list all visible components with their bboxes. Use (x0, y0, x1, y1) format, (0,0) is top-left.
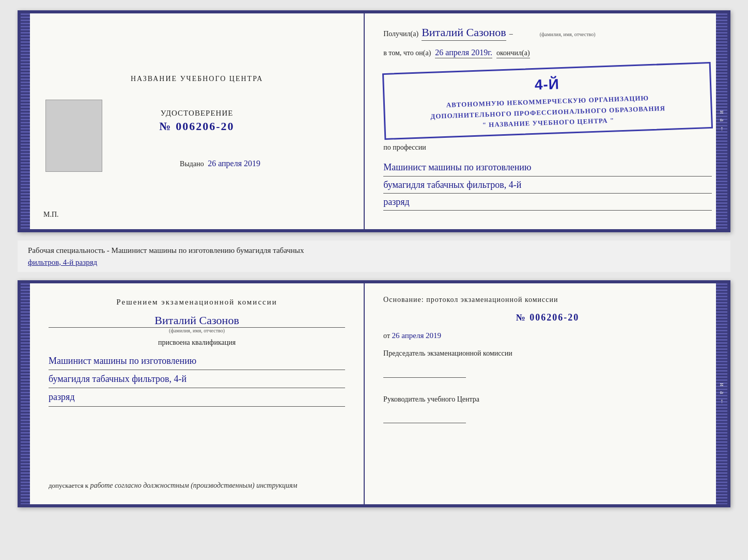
photo-placeholder (45, 100, 102, 172)
udostoverenie-number: № 006206-20 (160, 120, 235, 133)
caption-underline-text: фильтров, 4-й разряд (28, 258, 97, 266)
prisvoena-label: присвоена квалификация (49, 339, 345, 347)
caption-block: Рабочая специальность - Машинист машины … (18, 241, 730, 272)
vydano-line: Выдано 26 апреля 2019 (133, 159, 260, 168)
ot-date-block: от 26 апреля 2019 (383, 331, 712, 340)
ot-date-value: 26 апреля 2019 (392, 331, 442, 340)
certificate-bottom: Решением экзаменационной комиссии Витали… (18, 280, 730, 507)
left-header-label: НАЗВАНИЕ УЧЕБНОГО ЦЕНТРА (131, 75, 263, 83)
right-edge-marks: и а ← (716, 13, 727, 229)
poluchil-prefix: Получил(а) (383, 30, 418, 38)
profession-block: Машинист машины по изготовлению бумагидл… (383, 159, 712, 211)
profession-line2: бумагидля табачных фильтров, 4-й (383, 177, 712, 194)
chairman-label: Председатель экзаменационной комиссии (383, 348, 712, 359)
bottom-mark-i: и (718, 383, 726, 387)
dopuskaetsya-text: работе согласно должностным (производств… (90, 482, 297, 489)
dopuskaetsya-block: допускается к работе согласно должностны… (49, 482, 345, 490)
cert-right-panel: Получил(а) Виталий Сазонов – (фамилия, и… (365, 13, 727, 229)
rukovoditel-signature-line (383, 423, 466, 423)
bottom-mark-arrow: ← (718, 398, 726, 405)
name2-block: Виталий Сазонов (фамилия, имя, отчество) (49, 312, 345, 333)
okonchill-text: окончил(а) (496, 49, 530, 58)
fio-hint-top: (фамилия, имя, отчество) (516, 31, 619, 37)
protocol-number: № 006206-20 (383, 312, 712, 323)
mark-i: и (718, 110, 726, 114)
mark-arrow: ← (718, 126, 726, 132)
qual-line1: Машинист машины по изготовлению (49, 352, 345, 370)
mp-label: М.П. (43, 211, 59, 219)
spine-top (21, 13, 30, 229)
dash-1: – (509, 30, 513, 38)
qual-block: Машинист машины по изготовлению бумагидл… (49, 352, 345, 407)
udostoverenie-label: УДОСТОВЕРЕНИЕ (160, 109, 235, 118)
caption-text: Рабочая специальность - Машинист машины … (28, 246, 304, 254)
spine-bottom (21, 283, 30, 504)
completion-date: 26 апреля 2019г. (435, 48, 492, 58)
vtom-line: в том, что он(а) 26 апреля 2019г. окончи… (383, 48, 712, 58)
bottom-recipient-name: Виталий Сазонов (49, 314, 345, 328)
osnovanie-label: Основание: протокол экзаменационной коми… (383, 296, 712, 304)
rukovoditel-label: Руководитель учебного Центра (383, 394, 712, 405)
certificate-top: НАЗВАНИЕ УЧЕБНОГО ЦЕНТРА УДОСТОВЕРЕНИЕ №… (18, 10, 730, 232)
resheniem-label: Решением экзаменационной комиссии (49, 298, 345, 307)
qual-line2: бумагидля табачных фильтров, 4-й (49, 370, 345, 388)
bottom-mark-a: а (718, 391, 726, 394)
cert-bottom-left-panel: Решением экзаменационной комиссии Витали… (30, 283, 365, 504)
recipient-name: Виталий Сазонов (422, 26, 506, 41)
stamp-block: 4-й АВТОНОМНУЮ НЕКОММЕРЧЕСКУЮ ОРГАНИЗАЦИ… (382, 62, 713, 140)
bottom-right-edge-marks: и а ← (716, 283, 727, 504)
po-professii-label: по профессии (383, 143, 712, 152)
poluchil-line: Получил(а) Виталий Сазонов – (фамилия, и… (383, 26, 712, 41)
vydano-date: 26 апреля 2019 (208, 159, 260, 168)
dopuskaetsya-prefix: допускается к (49, 482, 88, 489)
fio-hint-bottom: (фамилия, имя, отчество) (49, 328, 345, 333)
chairman-signature-line (383, 377, 466, 378)
ot-prefix: от (383, 332, 390, 340)
vtom-prefix: в том, что он(а) (383, 49, 431, 57)
qual-line3: разряд (49, 388, 345, 406)
cert-left-panel: НАЗВАНИЕ УЧЕБНОГО ЦЕНТРА УДОСТОВЕРЕНИЕ №… (30, 13, 365, 229)
vydano-label: Выдано (180, 160, 204, 168)
profession-line1: Машинист машины по изготовлению (383, 159, 712, 176)
udostoverenie-block: УДОСТОВЕРЕНИЕ № 006206-20 (160, 109, 235, 133)
mark-a: а (718, 119, 726, 122)
profession-line3: разряд (383, 194, 712, 211)
cert-bottom-right-panel: Основание: протокол экзаменационной коми… (365, 283, 727, 504)
